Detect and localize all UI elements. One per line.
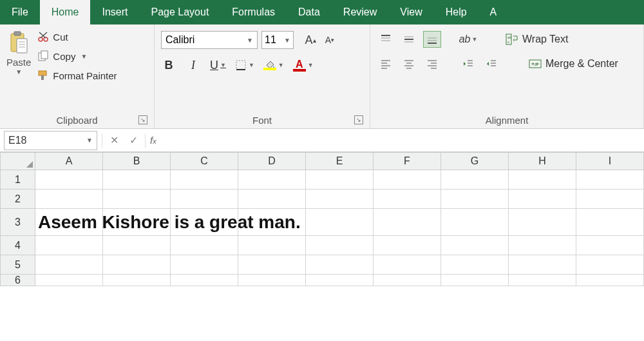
font-color-button[interactable]: A ▼: [293, 57, 314, 73]
cell[interactable]: [103, 255, 171, 275]
chevron-down-icon[interactable]: ▼: [278, 62, 284, 68]
cell[interactable]: [306, 209, 374, 236]
cancel-formula-button[interactable]: ✕: [104, 131, 124, 150]
row-header[interactable]: 5: [0, 255, 35, 275]
cut-button[interactable]: Cut: [35, 30, 119, 44]
column-header[interactable]: I: [576, 152, 644, 170]
underline-button[interactable]: U▼: [210, 57, 226, 73]
tab-formulas[interactable]: Formulas: [220, 0, 287, 24]
cell[interactable]: [103, 209, 171, 236]
cell[interactable]: [103, 170, 171, 190]
chevron-down-icon[interactable]: ▼: [80, 53, 87, 60]
decrease-indent-button[interactable]: [459, 55, 477, 72]
cell[interactable]: [238, 209, 306, 236]
bold-button[interactable]: B: [161, 57, 176, 73]
cell[interactable]: [441, 236, 509, 255]
row-header[interactable]: 2: [0, 190, 35, 209]
fx-icon[interactable]: fx: [150, 135, 156, 146]
tab-home[interactable]: Home: [40, 0, 91, 24]
cell[interactable]: [374, 190, 441, 209]
cell[interactable]: [374, 236, 441, 255]
cell[interactable]: [103, 236, 171, 255]
tab-help[interactable]: Help: [434, 0, 478, 24]
copy-button[interactable]: Copy ▼: [35, 49, 119, 63]
column-header[interactable]: D: [238, 152, 306, 170]
cell[interactable]: [576, 170, 644, 190]
cell[interactable]: [509, 170, 576, 190]
chevron-down-icon[interactable]: ▼: [284, 37, 290, 44]
row-header[interactable]: 6: [0, 275, 35, 286]
cell[interactable]: [441, 275, 509, 286]
column-header[interactable]: G: [441, 152, 509, 170]
cell[interactable]: [238, 170, 306, 190]
chevron-down-icon[interactable]: ▼: [247, 37, 253, 44]
cell[interactable]: [509, 275, 576, 286]
paste-button[interactable]: Paste ▼: [6, 27, 35, 112]
cell[interactable]: [306, 170, 374, 190]
enter-formula-button[interactable]: ✓: [124, 131, 143, 150]
cell[interactable]: [171, 209, 238, 236]
font-name-select[interactable]: Calibri ▼: [161, 31, 258, 49]
cell[interactable]: [171, 255, 238, 275]
cell[interactable]: [374, 170, 441, 190]
italic-button[interactable]: I: [185, 57, 201, 73]
align-center-button[interactable]: [400, 55, 418, 72]
row-header[interactable]: 3: [0, 209, 35, 236]
cell[interactable]: [576, 255, 644, 275]
row-header[interactable]: 1: [0, 170, 35, 190]
orientation-button[interactable]: ab▼: [459, 31, 477, 48]
cell[interactable]: [35, 275, 103, 286]
cell[interactable]: [374, 255, 441, 275]
align-bottom-button[interactable]: [423, 31, 441, 48]
cell[interactable]: [306, 255, 374, 275]
tab-addins[interactable]: A: [478, 0, 509, 24]
cell[interactable]: [171, 236, 238, 255]
align-top-button[interactable]: [377, 31, 395, 48]
cell[interactable]: [576, 236, 644, 255]
cell[interactable]: [509, 255, 576, 275]
cell[interactable]: [576, 209, 644, 236]
decrease-font-size-button[interactable]: A▾: [321, 31, 339, 49]
cell[interactable]: [35, 255, 103, 275]
cell[interactable]: [35, 236, 103, 255]
cell[interactable]: [441, 190, 509, 209]
row-header[interactable]: 4: [0, 236, 35, 255]
chevron-down-icon[interactable]: ▼: [220, 62, 226, 68]
name-box[interactable]: E18 ▼: [4, 131, 97, 150]
cell-a3[interactable]: Aseem Kishore is a great man.: [35, 209, 103, 236]
cell[interactable]: [306, 275, 374, 286]
chevron-down-icon[interactable]: ▼: [86, 137, 93, 144]
select-all-corner[interactable]: [0, 152, 35, 170]
format-painter-button[interactable]: Format Painter: [35, 68, 119, 83]
tab-view[interactable]: View: [388, 0, 433, 24]
cell[interactable]: [576, 275, 644, 286]
cell[interactable]: [171, 190, 238, 209]
chevron-down-icon[interactable]: ▼: [249, 62, 254, 68]
cell[interactable]: [171, 170, 238, 190]
formula-input[interactable]: [156, 131, 644, 150]
fill-color-button[interactable]: ▼: [263, 57, 284, 73]
column-header[interactable]: A: [35, 152, 103, 170]
chevron-down-icon[interactable]: ▼: [15, 68, 22, 75]
tab-review[interactable]: Review: [332, 0, 388, 24]
column-header[interactable]: F: [374, 152, 441, 170]
cell[interactable]: [238, 275, 306, 286]
cell[interactable]: [441, 209, 509, 236]
font-size-select[interactable]: 11 ▼: [261, 31, 294, 49]
border-button[interactable]: ▼: [235, 57, 254, 73]
cell[interactable]: [238, 236, 306, 255]
cell[interactable]: [238, 255, 306, 275]
tab-page-layout[interactable]: Page Layout: [139, 0, 220, 24]
tab-insert[interactable]: Insert: [90, 0, 139, 24]
cell[interactable]: [509, 236, 576, 255]
column-header[interactable]: H: [509, 152, 576, 170]
column-header[interactable]: B: [103, 152, 171, 170]
merge-center-button[interactable]: a Merge & Center: [525, 57, 622, 71]
cell[interactable]: [509, 190, 576, 209]
cell[interactable]: [171, 275, 238, 286]
cell[interactable]: [238, 190, 306, 209]
align-left-button[interactable]: [377, 55, 395, 72]
tab-file[interactable]: File: [0, 0, 40, 24]
wrap-text-button[interactable]: abc Wrap Text: [502, 32, 572, 46]
cell[interactable]: [374, 209, 441, 236]
